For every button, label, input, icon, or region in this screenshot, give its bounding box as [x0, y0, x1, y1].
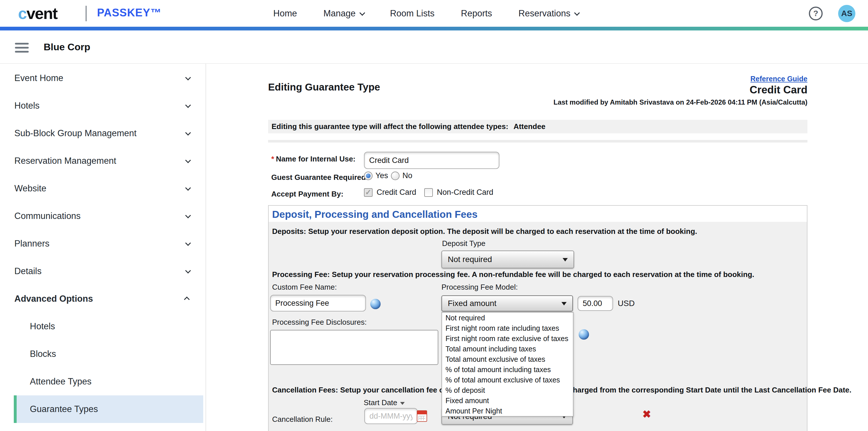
sidebar-item-guarantee-types-sub[interactable]: Guarantee Types: [14, 395, 203, 423]
fee-model-option-fixed-amount[interactable]: Fixed amount: [442, 395, 573, 406]
chevron-down-icon: [574, 10, 580, 16]
sidebar-item-attendee-types-sub[interactable]: Attendee Types: [0, 368, 206, 395]
sidebar-item-advanced-options[interactable]: Advanced Options: [0, 285, 206, 313]
sidebar-item-label: Sub-Block Group Management: [14, 128, 136, 139]
nav-item-reservations[interactable]: Reservations: [518, 8, 578, 19]
reference-guide-link[interactable]: Reference Guide: [750, 75, 807, 83]
name-for-internal-use-label: *Name for Internal Use:: [271, 154, 355, 164]
nav-item-label: Room Lists: [390, 8, 435, 19]
processing-fee-model-select[interactable]: Fixed amount: [441, 295, 573, 312]
fee-model-option-of-deposit[interactable]: % of deposit: [442, 385, 573, 395]
currency-label: USD: [618, 299, 634, 308]
brand-gradient-bar: [0, 27, 868, 30]
nav-item-label: Home: [273, 8, 297, 19]
sidebar-item-communications[interactable]: Communications: [0, 202, 206, 230]
nav-item-manage[interactable]: Manage: [323, 8, 364, 19]
hamburger-menu-icon[interactable]: [15, 43, 29, 55]
processing-fee-model-value: Fixed amount: [448, 299, 497, 308]
chevron-down-icon: [185, 102, 191, 108]
checkbox-credit-card[interactable]: ✓: [364, 188, 373, 197]
fee-model-option-not-required[interactable]: Not required: [442, 313, 573, 323]
deposit-type-select[interactable]: Not required: [441, 251, 574, 268]
nav-item-room-lists[interactable]: Room Lists: [390, 8, 435, 19]
sidebar-item-planners[interactable]: Planners: [0, 230, 206, 257]
required-asterisk: *: [271, 154, 274, 163]
fee-model-option-amount-per-night[interactable]: Amount Per Night: [442, 406, 573, 416]
start-date-column-header[interactable]: Start Date: [364, 398, 405, 407]
chevron-down-icon: [185, 185, 191, 191]
fee-model-option-of-total-amount-including-taxes[interactable]: % of total amount including taxes: [442, 364, 573, 375]
custom-fee-name-input[interactable]: [270, 295, 366, 312]
notice-value: Attendee: [514, 122, 546, 131]
checkbox-non-credit-card[interactable]: [424, 188, 433, 197]
nav-item-home[interactable]: Home: [273, 8, 297, 19]
select-arrow-icon: [561, 302, 567, 306]
radio-yes-label: Yes: [375, 171, 388, 180]
fee-amount-input[interactable]: [578, 296, 613, 311]
accept-payment-label: Accept Payment By:: [271, 190, 343, 199]
sidebar-item-sub-block-group-management[interactable]: Sub-Block Group Management: [0, 119, 206, 147]
checkbox-credit-card-label: Credit Card: [377, 188, 416, 197]
sidebar-item-label: Event Home: [14, 73, 63, 83]
sidebar-item-hotels[interactable]: Hotels: [0, 92, 206, 119]
fees-section-title: Deposit, Processing and Cancellation Fee…: [272, 209, 477, 220]
deposits-description: Deposits: Setup your reservation deposit…: [272, 227, 697, 236]
sidebar-item-label: Attendee Types: [30, 376, 92, 387]
help-icon[interactable]: ?: [809, 7, 823, 20]
name-for-internal-use-input[interactable]: [364, 152, 499, 169]
cvent-logo-rest: vent: [26, 4, 57, 22]
sidebar-item-reservation-management[interactable]: Reservation Management: [0, 147, 206, 175]
sidebar-item-label: Reservation Management: [14, 156, 116, 166]
nav-item-label: Reservations: [518, 8, 570, 19]
nav-item-label: Reports: [461, 8, 492, 19]
sidebar-item-event-home[interactable]: Event Home: [0, 64, 206, 92]
attendee-types-notice: Editing this guarantee type will affect …: [268, 120, 807, 133]
sidebar-item-website[interactable]: Website: [0, 175, 206, 202]
select-arrow-icon: [563, 258, 568, 261]
chevron-down-icon: [185, 75, 191, 81]
sidebar-item-hotels-sub[interactable]: Hotels: [0, 313, 206, 340]
disclosures-textarea[interactable]: [270, 330, 438, 365]
sidebar-item-label: Blocks: [30, 349, 56, 359]
fee-model-option-first-night-room-rate-exclusive-of-taxes[interactable]: First night room rate exclusive of taxes: [442, 333, 573, 344]
chevron-down-icon: [185, 240, 191, 246]
radio-yes[interactable]: [364, 172, 373, 180]
radio-no-label: No: [402, 171, 412, 180]
delete-rule-icon[interactable]: ✖: [642, 409, 651, 420]
logo-divider: [86, 6, 87, 21]
fee-model-option-total-amount-including-taxes[interactable]: Total amount including taxes: [442, 344, 573, 354]
globe-translate-icon[interactable]: [370, 299, 381, 309]
fee-model-option-total-amount-exclusive-of-taxes[interactable]: Total amount exclusive of taxes: [442, 354, 573, 364]
nav-item-label: Manage: [323, 8, 355, 19]
chevron-down-icon: [360, 10, 365, 16]
last-modified-text: Last modified by Amitabh Srivastava on 2…: [553, 98, 807, 106]
sidebar-item-blocks-sub[interactable]: Blocks: [0, 340, 206, 368]
processing-fee-description: Processing Fee: Setup your reservation p…: [272, 270, 754, 279]
sidebar-item-details[interactable]: Details: [0, 257, 206, 285]
sidebar: Event HomeHotelsSub-Block Group Manageme…: [0, 64, 206, 431]
deposit-type-value: Not required: [448, 255, 492, 264]
avatar[interactable]: AS: [838, 5, 856, 22]
chevron-up-icon: [184, 296, 190, 302]
sidebar-item-label: Hotels: [14, 100, 40, 111]
deposit-type-label: Deposit Type: [442, 239, 485, 248]
sidebar-item-label: Planners: [14, 238, 50, 249]
calendar-icon[interactable]: [417, 410, 427, 422]
fee-model-option-of-total-amount-exclusive-of-taxes[interactable]: % of total amount exclusive of taxes: [442, 375, 573, 385]
chevron-down-icon: [185, 212, 191, 219]
nav-item-reports[interactable]: Reports: [461, 8, 492, 19]
sidebar-item-label: Website: [14, 183, 46, 194]
chevron-down-icon: [185, 130, 191, 136]
custom-fee-name-label: Custom Fee Name:: [272, 283, 337, 292]
section-divider: [268, 140, 807, 143]
processing-fee-model-label: Processing Fee Model:: [441, 283, 518, 292]
start-date-label: Start Date: [364, 398, 397, 407]
sidebar-item-label: Details: [14, 266, 42, 277]
globe-translate-icon[interactable]: [579, 329, 589, 340]
cancellation-rule-label: Cancellation Rule:: [272, 415, 333, 424]
fee-model-option-first-night-room-rate-including-taxes[interactable]: First night room rate including taxes: [442, 323, 573, 333]
chevron-down-icon: [185, 157, 191, 163]
processing-fee-model-dropdown: Not requiredFirst night room rate includ…: [441, 312, 574, 416]
cancellation-date-input[interactable]: [364, 408, 417, 424]
radio-no[interactable]: [391, 172, 400, 180]
